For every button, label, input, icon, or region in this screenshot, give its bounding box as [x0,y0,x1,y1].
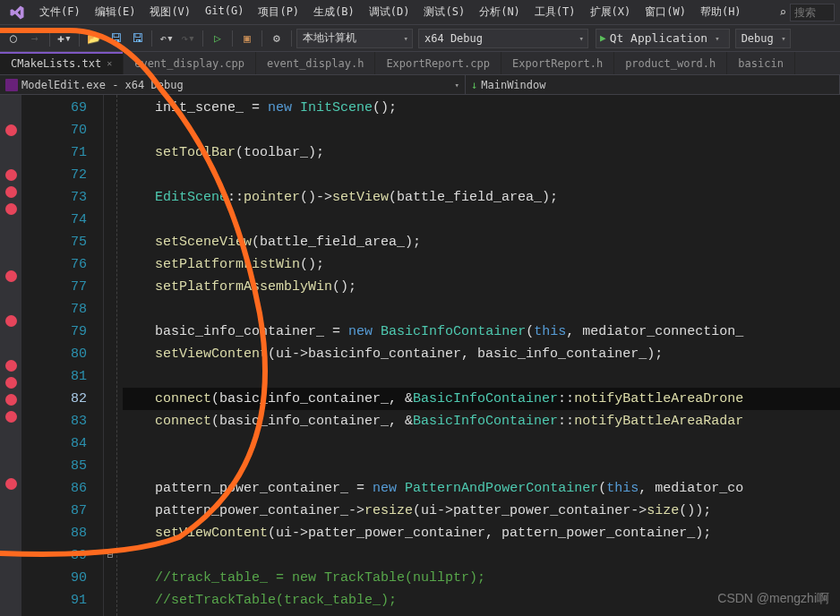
run-button[interactable]: ▶Qt Application▾ [596,29,730,48]
menu-item-0[interactable]: 文件(F) [32,1,88,23]
code-editor[interactable]: 6970717273747576777879808182838485868788… [0,95,840,616]
code-line: init_scene_ = new InitScene(); [123,97,840,119]
line-number: 72 [21,164,87,186]
line-number: 70 [21,119,87,141]
config-button[interactable]: ⚙ [267,29,287,48]
fold-gutter[interactable]: ⊟ [104,95,116,616]
code-line: setToolBar(toolbar_); [123,141,840,164]
file-tab[interactable]: event_display.h [256,52,375,74]
file-tab-label: ExportReport.h [512,57,603,70]
line-number: 90 [21,567,87,589]
file-tab[interactable]: CMakeLists.txt✕ [0,52,124,74]
breakpoint-gutter[interactable] [0,95,21,616]
menu-item-8[interactable]: 分析(N) [472,1,527,23]
platform-combo[interactable]: 本地计算机 [296,29,413,48]
nav-project[interactable]: ModelEdit.exe - x64 Debug▾ [0,75,466,94]
breakpoint-dot[interactable] [5,124,17,136]
toolbar: ◯ → ✚▾ 📂 🖫 🖫 ↶▾ ↷▾ ▷ ▣ ⚙ 本地计算机 x64 Debug… [0,25,840,52]
search-icon: ⌕ [779,5,786,19]
code-line: pattern_power_container_->resize(ui->pat… [123,500,840,522]
nav-bar: ModelEdit.exe - x64 Debug▾ ↓ MainWindow [0,75,840,95]
vs-logo-icon [7,3,27,22]
code-line [123,432,840,455]
line-number: 79 [21,321,87,343]
save-button[interactable]: 🖫 [106,29,125,48]
menu-item-10[interactable]: 扩展(X) [583,1,639,23]
breakpoint-dot[interactable] [5,411,17,423]
code-line: setViewContent(ui->patter_power_containe… [123,522,840,544]
code-line: connect(basic_info_container_, &BasicInf… [123,410,840,432]
code-line: //setTrackTable(track_table_); [123,589,840,612]
file-tabs: CMakeLists.txt✕event_display.cppevent_di… [0,52,840,75]
line-number: 88 [21,522,87,544]
project-icon [5,79,18,91]
code-line: pattern_power_container_ = new PatternAn… [123,477,840,500]
file-tab-label: event_display.cpp [134,57,244,70]
code-line: connect(basic_info_container_, &BasicInf… [123,388,840,410]
file-tab-label: product_word.h [625,57,716,70]
breakpoint-dot[interactable] [5,169,17,181]
nav-scope[interactable]: ↓ MainWindow [466,75,840,94]
menu-item-4[interactable]: 项目(P) [251,1,306,23]
breakpoint-dot[interactable] [5,377,17,389]
search-box[interactable]: ⌕ [774,2,840,23]
menu-item-3[interactable]: Git(G) [198,1,251,23]
breakpoint-dot[interactable] [5,315,17,327]
breakpoint-dot[interactable] [5,186,17,198]
code-line [123,164,840,186]
code-line [123,119,840,141]
menu-item-9[interactable]: 工具(T) [527,1,583,23]
fold-toggle[interactable]: ⊟ [104,544,116,567]
config-combo[interactable]: x64 Debug [418,29,588,48]
nav-back-button[interactable]: ◯ [4,29,23,48]
code-line: setPlatformAssemblyWin(); [123,276,840,298]
file-tab[interactable]: product_word.h [614,52,727,74]
code-line [123,455,840,477]
arrow-down-icon: ↓ [471,79,477,91]
code-line: //track_table_ = new TrackTable(nullptr)… [123,567,840,589]
line-number: 85 [21,455,87,477]
line-number: 73 [21,186,87,209]
line-number: 81 [21,365,87,388]
menu-item-7[interactable]: 测试(S) [416,1,472,23]
menu-item-6[interactable]: 调试(D) [362,1,417,23]
breakpoint-dot[interactable] [5,394,17,406]
file-tab-label: ExportReport.cpp [386,57,490,70]
file-tab[interactable]: event_display.cpp [124,52,256,74]
code-area[interactable]: init_scene_ = new InitScene(); setToolBa… [116,95,840,616]
file-tab[interactable]: basicin [727,52,795,74]
code-line: setSceneView(battle_field_area_); [123,231,840,253]
line-number-gutter: 6970717273747576777879808182838485868788… [21,95,104,616]
breakpoint-dot[interactable] [5,203,17,215]
code-line [123,298,840,321]
file-tab[interactable]: ExportReport.h [501,52,614,74]
new-item-button[interactable]: ✚▾ [55,29,74,48]
menu-item-11[interactable]: 窗口(W) [638,1,693,23]
menu-item-12[interactable]: 帮助(H) [693,1,749,23]
file-tab[interactable]: ExportReport.cpp [375,52,501,74]
line-number: 74 [21,209,87,231]
code-line: basic_info_container_ = new BasicInfoCon… [123,321,840,343]
search-input[interactable] [790,4,835,21]
open-file-button[interactable]: 📂 [84,29,104,48]
undo-button[interactable]: ↶▾ [157,29,176,48]
line-number: 83 [21,410,87,432]
close-icon[interactable]: ✕ [107,58,112,68]
build-button[interactable]: ▣ [237,29,257,48]
debug-combo[interactable]: Debug [735,29,791,48]
line-number: 82 [21,388,87,410]
save-all-button[interactable]: 🖫 [127,29,147,48]
redo-button[interactable]: ↷▾ [178,29,198,48]
menu-item-1[interactable]: 编辑(E) [88,1,143,23]
menu-item-2[interactable]: 视图(V) [142,1,198,23]
start-no-debug-button[interactable]: ▷ [208,29,227,48]
line-number: 69 [21,97,87,119]
menu-item-5[interactable]: 生成(B) [306,1,362,23]
breakpoint-dot[interactable] [5,478,17,490]
breakpoint-dot[interactable] [5,360,17,372]
nav-fwd-button[interactable]: → [25,29,45,48]
line-number: 91 [21,589,87,612]
breakpoint-dot[interactable] [5,270,17,282]
line-number: 86 [21,477,87,500]
file-tab-label: event_display.h [267,57,364,70]
